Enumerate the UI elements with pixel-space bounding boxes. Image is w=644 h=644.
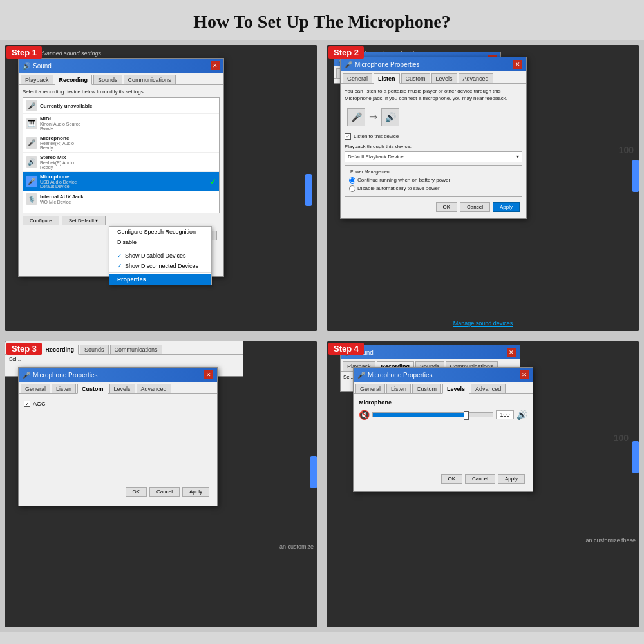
step4-sound-close[interactable]: ✕ xyxy=(507,348,516,357)
device-icon-selected: 🎤 xyxy=(26,176,37,187)
mic-props-close[interactable]: ✕ xyxy=(513,60,522,69)
apply-button-2[interactable]: Apply xyxy=(493,202,520,212)
step1-label: Step 1 xyxy=(6,46,42,59)
ok-button-2[interactable]: OK xyxy=(436,202,458,212)
step3-label: Step 3 xyxy=(6,343,42,355)
device-icon: 🎤 xyxy=(26,100,37,111)
tab-advanced4[interactable]: Advanced xyxy=(471,384,506,393)
cancel-button-4[interactable]: Cancel xyxy=(465,474,495,484)
ctx-show-disabled[interactable]: ✓ Show Disabled Devices xyxy=(109,251,211,261)
list-item-selected[interactable]: 🎤 Microphone USB Audio Device Default De… xyxy=(23,172,219,191)
radio-continue-input[interactable] xyxy=(349,177,355,184)
tab-advanced3[interactable]: Advanced xyxy=(137,384,171,393)
agc-checkbox-row: ✓ AGC xyxy=(24,401,212,407)
sound-icon: 🔊 xyxy=(23,62,30,70)
ok-button-3[interactable]: OK xyxy=(126,487,147,497)
device-icon-right: 🔊 xyxy=(381,108,399,126)
slider-indicator-2 xyxy=(632,160,639,192)
playback-dropdown[interactable]: Default Playback Device ▾ xyxy=(345,151,522,162)
page-title: How To Set Up The Microphone? xyxy=(0,0,644,40)
recording-device-list: 🎤 Currently unavailable 🎹 MIDI Kinoni Au… xyxy=(23,97,220,213)
tab-levels4[interactable]: Levels xyxy=(442,384,469,394)
radio-disable-input[interactable] xyxy=(349,185,355,192)
level-slider[interactable] xyxy=(372,412,493,417)
step1-cell: Step 1 in advanced sound settings. 🔊 Sou… xyxy=(0,40,322,336)
slider-indicator xyxy=(305,174,312,206)
step3-tabs: General Listen Custom Levels Advanced xyxy=(19,382,217,394)
power-mgmt-group: Power Management Continue running when o… xyxy=(345,165,522,197)
speaker-icon: 🔊 xyxy=(516,410,527,420)
apply-button-4[interactable]: Apply xyxy=(498,474,525,484)
tab-general3[interactable]: General xyxy=(21,384,50,393)
level-value-box[interactable]: 100 xyxy=(496,410,514,419)
level-slider-fill xyxy=(373,413,469,417)
step3-screenshot: Playback Recording Sounds Communications… xyxy=(5,341,317,627)
step2-mic-tabs: General Listen Custom Levels Advanced xyxy=(341,71,526,84)
custom-empty-area xyxy=(24,407,212,484)
tab-listen[interactable]: Listen xyxy=(374,73,400,84)
ctx-divider1 xyxy=(109,249,211,249)
listen-label: Listen to this device xyxy=(354,133,399,140)
ctx-properties[interactable]: Properties xyxy=(109,274,211,285)
level-slider-row: 🔇 100 🔊 xyxy=(359,410,527,420)
step4-sound-titlebar: 🔊 Sound ✕ xyxy=(341,345,520,359)
apply-button-3[interactable]: Apply xyxy=(182,487,209,497)
step1-dialog-titlebar: 🔊 Sound ✕ xyxy=(19,59,223,73)
listen-checkbox[interactable]: ✓ xyxy=(345,133,351,140)
step1-sound-dialog: 🔊 Sound ✕ Playback Recording Sounds Comm… xyxy=(18,58,224,277)
tab-communications[interactable]: Communications xyxy=(124,75,176,84)
tab-listen3[interactable]: Listen xyxy=(52,384,76,393)
step3-close-btn[interactable]: ✕ xyxy=(204,370,213,379)
power-mgmt-container: Power Management Continue running when o… xyxy=(345,165,522,197)
dialog-close-button[interactable]: ✕ xyxy=(211,61,220,70)
listen-checkbox-row: ✓ Listen to this device xyxy=(345,133,522,140)
step4-mic-close[interactable]: ✕ xyxy=(520,370,529,379)
ctx-configure-speech[interactable]: Configure Speech Recognition xyxy=(109,227,211,237)
ctx-disable[interactable]: Disable xyxy=(109,237,211,247)
tab-comm3[interactable]: Communications xyxy=(110,345,162,354)
tab-general4[interactable]: General xyxy=(355,384,385,393)
step3-cell: Step 3 Playback Recording Sounds Communi… xyxy=(0,336,322,632)
tab-custom2[interactable]: Custom xyxy=(401,73,430,83)
tab-sounds3[interactable]: Sounds xyxy=(80,345,109,354)
agc-checkbox[interactable]: ✓ xyxy=(24,401,30,407)
tab-custom3[interactable]: Custom xyxy=(77,384,108,394)
list-item: 🔊 Stereo Mix Realtek(R) Audio Ready xyxy=(23,153,219,172)
step4-cell: Step 4 🔊 Sound ✕ Playback Recording Soun… xyxy=(322,336,644,632)
tab-playback[interactable]: Playback xyxy=(21,75,53,84)
list-item: 🎙️ Internal AUX Jack WO Mic Device xyxy=(23,191,219,207)
mic-mute-icon[interactable]: 🔇 xyxy=(359,410,370,420)
listen-device-icons: 🎤 ⇒ 🔊 xyxy=(345,106,522,129)
step3-mic-props: 🎤 Microphone Properties ✕ General Listen… xyxy=(18,367,218,506)
set-default-button[interactable]: Set Default ▾ xyxy=(62,216,106,225)
step4-levels-body: Microphone 🔇 100 🔊 OK Cancel xyxy=(354,394,533,491)
tab-recording3[interactable]: Recording xyxy=(41,345,79,355)
instruction-text: Select a recording device below to modif… xyxy=(23,89,220,95)
cancel-button-2[interactable]: Cancel xyxy=(460,202,490,212)
tab-custom4[interactable]: Custom xyxy=(412,384,441,393)
ok-button-4[interactable]: OK xyxy=(441,474,463,484)
manage-sound-link[interactable]: Manage sound devices xyxy=(327,316,639,328)
configure-button[interactable]: Configure xyxy=(23,216,59,225)
tab-advanced2[interactable]: Advanced xyxy=(459,73,493,83)
step4-mic-titlebar: 🎤 Microphone Properties ✕ xyxy=(354,368,533,382)
tab-recording[interactable]: Recording xyxy=(55,75,93,85)
step2-mic-props-dialog: 🎤 Microphone Properties ✕ General Listen… xyxy=(340,57,527,219)
step2-mic-title: 🎤 Microphone Properties ✕ xyxy=(341,57,526,71)
manage-link-text: Manage sound devices xyxy=(453,320,513,327)
ctx-show-disconnected[interactable]: ✓ Show Disconnected Devices xyxy=(109,261,211,271)
context-menu: Configure Speech Recognition Disable ✓ S… xyxy=(109,226,212,285)
step2-screenshot: in advanced sound settings. 🔊 Sound ✕ Pl… xyxy=(327,45,639,331)
tab-levels2[interactable]: Levels xyxy=(431,73,457,83)
mic-icon: 🎤 xyxy=(345,61,352,68)
step4-label: Step 4 xyxy=(328,343,364,355)
tab-general2[interactable]: General xyxy=(343,73,372,83)
tab-sounds[interactable]: Sounds xyxy=(93,75,122,84)
list-item: 🎤 Microphone Realtek(R) Audio Ready xyxy=(23,133,219,153)
ctx-divider2 xyxy=(109,272,211,273)
tab-levels3[interactable]: Levels xyxy=(109,384,135,393)
tab-listen4[interactable]: Listen xyxy=(386,384,411,393)
agc-label: AGC xyxy=(33,401,46,407)
list-item: 🎤 Currently unavailable xyxy=(23,98,219,114)
cancel-button-3[interactable]: Cancel xyxy=(149,487,180,497)
